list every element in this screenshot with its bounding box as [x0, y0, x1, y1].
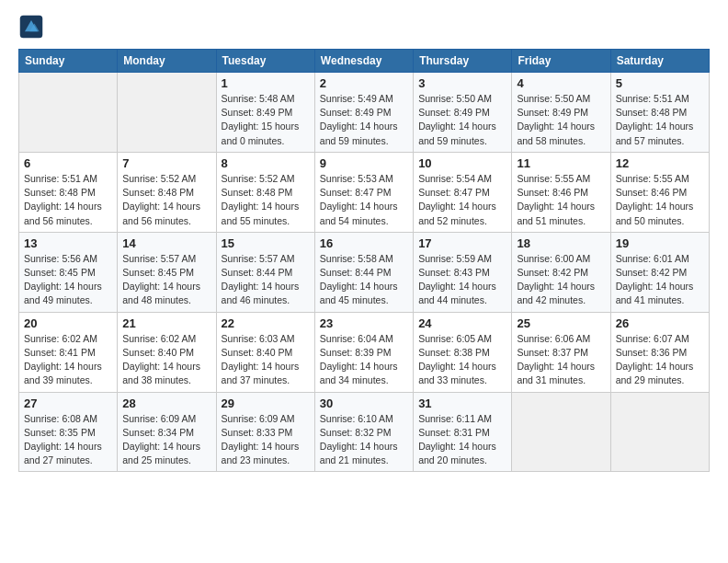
- day-number: 18: [517, 236, 605, 250]
- day-number: 16: [320, 236, 408, 250]
- header-row: SundayMondayTuesdayWednesdayThursdayFrid…: [19, 50, 710, 73]
- calendar-cell: 1Sunrise: 5:48 AM Sunset: 8:49 PM Daylig…: [216, 73, 314, 153]
- day-number: 3: [418, 76, 506, 90]
- day-number: 5: [616, 76, 704, 90]
- cell-info: Sunrise: 6:00 AM Sunset: 8:42 PM Dayligh…: [517, 252, 605, 308]
- calendar-cell: [610, 392, 709, 472]
- week-row-4: 20Sunrise: 6:02 AM Sunset: 8:41 PM Dayli…: [19, 312, 710, 392]
- day-number: 26: [616, 316, 704, 330]
- day-header-friday: Friday: [512, 50, 610, 73]
- day-number: 20: [24, 316, 112, 330]
- day-number: 10: [418, 156, 506, 170]
- day-number: 23: [320, 316, 408, 330]
- calendar-cell: 17Sunrise: 5:59 AM Sunset: 8:43 PM Dayli…: [414, 232, 512, 312]
- day-number: 25: [517, 316, 605, 330]
- calendar-cell: [118, 73, 216, 153]
- cell-info: Sunrise: 5:48 AM Sunset: 8:49 PM Dayligh…: [222, 92, 310, 148]
- calendar-cell: [512, 392, 610, 472]
- page: SundayMondayTuesdayWednesdayThursdayFrid…: [0, 0, 728, 563]
- calendar-cell: 13Sunrise: 5:56 AM Sunset: 8:45 PM Dayli…: [19, 232, 118, 312]
- week-row-1: 1Sunrise: 5:48 AM Sunset: 8:49 PM Daylig…: [19, 73, 710, 153]
- calendar-cell: 23Sunrise: 6:04 AM Sunset: 8:39 PM Dayli…: [314, 312, 413, 392]
- day-number: 30: [320, 396, 408, 410]
- week-row-5: 27Sunrise: 6:08 AM Sunset: 8:35 PM Dayli…: [19, 392, 710, 472]
- cell-info: Sunrise: 5:58 AM Sunset: 8:44 PM Dayligh…: [320, 252, 408, 308]
- calendar-cell: 21Sunrise: 6:02 AM Sunset: 8:40 PM Dayli…: [118, 312, 216, 392]
- calendar-cell: 27Sunrise: 6:08 AM Sunset: 8:35 PM Dayli…: [19, 392, 118, 472]
- day-number: 1: [222, 76, 310, 90]
- cell-info: Sunrise: 6:07 AM Sunset: 8:36 PM Dayligh…: [616, 332, 704, 388]
- day-number: 12: [616, 156, 704, 170]
- week-row-3: 13Sunrise: 5:56 AM Sunset: 8:45 PM Dayli…: [19, 232, 710, 312]
- calendar-cell: 3Sunrise: 5:50 AM Sunset: 8:49 PM Daylig…: [414, 73, 512, 153]
- day-number: 15: [222, 236, 310, 250]
- cell-info: Sunrise: 6:02 AM Sunset: 8:40 PM Dayligh…: [122, 332, 210, 388]
- day-number: 7: [122, 156, 210, 170]
- calendar-cell: 16Sunrise: 5:58 AM Sunset: 8:44 PM Dayli…: [314, 232, 413, 312]
- calendar-cell: 28Sunrise: 6:09 AM Sunset: 8:34 PM Dayli…: [118, 392, 216, 472]
- cell-info: Sunrise: 5:50 AM Sunset: 8:49 PM Dayligh…: [517, 92, 605, 148]
- calendar-body: 1Sunrise: 5:48 AM Sunset: 8:49 PM Daylig…: [19, 73, 710, 472]
- cell-info: Sunrise: 5:55 AM Sunset: 8:46 PM Dayligh…: [616, 172, 704, 228]
- cell-info: Sunrise: 6:04 AM Sunset: 8:39 PM Dayligh…: [320, 332, 408, 388]
- day-number: 31: [418, 396, 506, 410]
- day-number: 14: [122, 236, 210, 250]
- day-number: 4: [517, 76, 605, 90]
- cell-info: Sunrise: 5:52 AM Sunset: 8:48 PM Dayligh…: [122, 172, 210, 228]
- week-row-2: 6Sunrise: 5:51 AM Sunset: 8:48 PM Daylig…: [19, 152, 710, 232]
- calendar-cell: 31Sunrise: 6:11 AM Sunset: 8:31 PM Dayli…: [414, 392, 512, 472]
- calendar-cell: 20Sunrise: 6:02 AM Sunset: 8:41 PM Dayli…: [19, 312, 118, 392]
- calendar-cell: 12Sunrise: 5:55 AM Sunset: 8:46 PM Dayli…: [610, 152, 709, 232]
- calendar-cell: 11Sunrise: 5:55 AM Sunset: 8:46 PM Dayli…: [512, 152, 610, 232]
- day-number: 9: [320, 156, 408, 170]
- cell-info: Sunrise: 5:59 AM Sunset: 8:43 PM Dayligh…: [418, 252, 506, 308]
- cell-info: Sunrise: 5:49 AM Sunset: 8:49 PM Dayligh…: [320, 92, 408, 148]
- day-number: 11: [517, 156, 605, 170]
- calendar-cell: 26Sunrise: 6:07 AM Sunset: 8:36 PM Dayli…: [610, 312, 709, 392]
- day-number: 19: [616, 236, 704, 250]
- logo: [18, 14, 46, 40]
- calendar-cell: 4Sunrise: 5:50 AM Sunset: 8:49 PM Daylig…: [512, 73, 610, 153]
- day-number: 6: [24, 156, 112, 170]
- calendar-cell: 18Sunrise: 6:00 AM Sunset: 8:42 PM Dayli…: [512, 232, 610, 312]
- day-header-thursday: Thursday: [414, 50, 512, 73]
- cell-info: Sunrise: 6:10 AM Sunset: 8:32 PM Dayligh…: [320, 412, 408, 468]
- day-header-monday: Monday: [118, 50, 216, 73]
- calendar-cell: 15Sunrise: 5:57 AM Sunset: 8:44 PM Dayli…: [216, 232, 314, 312]
- cell-info: Sunrise: 5:51 AM Sunset: 8:48 PM Dayligh…: [616, 92, 704, 148]
- day-header-saturday: Saturday: [610, 50, 709, 73]
- calendar-table: SundayMondayTuesdayWednesdayThursdayFrid…: [18, 49, 710, 472]
- day-header-wednesday: Wednesday: [314, 50, 413, 73]
- calendar-cell: 6Sunrise: 5:51 AM Sunset: 8:48 PM Daylig…: [19, 152, 118, 232]
- calendar-cell: 2Sunrise: 5:49 AM Sunset: 8:49 PM Daylig…: [314, 73, 413, 153]
- day-header-tuesday: Tuesday: [216, 50, 314, 73]
- calendar-cell: 30Sunrise: 6:10 AM Sunset: 8:32 PM Dayli…: [314, 392, 413, 472]
- cell-info: Sunrise: 5:55 AM Sunset: 8:46 PM Dayligh…: [517, 172, 605, 228]
- calendar-cell: 25Sunrise: 6:06 AM Sunset: 8:37 PM Dayli…: [512, 312, 610, 392]
- day-number: 29: [222, 396, 310, 410]
- day-number: 27: [24, 396, 112, 410]
- day-number: 8: [222, 156, 310, 170]
- header: [18, 14, 710, 40]
- cell-info: Sunrise: 5:53 AM Sunset: 8:47 PM Dayligh…: [320, 172, 408, 228]
- calendar-cell: 7Sunrise: 5:52 AM Sunset: 8:48 PM Daylig…: [118, 152, 216, 232]
- calendar-cell: 8Sunrise: 5:52 AM Sunset: 8:48 PM Daylig…: [216, 152, 314, 232]
- cell-info: Sunrise: 6:08 AM Sunset: 8:35 PM Dayligh…: [24, 412, 112, 468]
- cell-info: Sunrise: 6:03 AM Sunset: 8:40 PM Dayligh…: [222, 332, 310, 388]
- logo-icon: [18, 14, 44, 40]
- cell-info: Sunrise: 6:06 AM Sunset: 8:37 PM Dayligh…: [517, 332, 605, 388]
- calendar-cell: 9Sunrise: 5:53 AM Sunset: 8:47 PM Daylig…: [314, 152, 413, 232]
- day-number: 22: [222, 316, 310, 330]
- calendar-cell: [19, 73, 118, 153]
- cell-info: Sunrise: 6:11 AM Sunset: 8:31 PM Dayligh…: [418, 412, 506, 468]
- cell-info: Sunrise: 5:50 AM Sunset: 8:49 PM Dayligh…: [418, 92, 506, 148]
- calendar-header: SundayMondayTuesdayWednesdayThursdayFrid…: [19, 50, 710, 73]
- calendar-cell: 29Sunrise: 6:09 AM Sunset: 8:33 PM Dayli…: [216, 392, 314, 472]
- day-number: 17: [418, 236, 506, 250]
- cell-info: Sunrise: 5:57 AM Sunset: 8:45 PM Dayligh…: [122, 252, 210, 308]
- day-number: 13: [24, 236, 112, 250]
- cell-info: Sunrise: 6:09 AM Sunset: 8:33 PM Dayligh…: [222, 412, 310, 468]
- day-number: 2: [320, 76, 408, 90]
- day-header-sunday: Sunday: [19, 50, 118, 73]
- calendar-cell: 24Sunrise: 6:05 AM Sunset: 8:38 PM Dayli…: [414, 312, 512, 392]
